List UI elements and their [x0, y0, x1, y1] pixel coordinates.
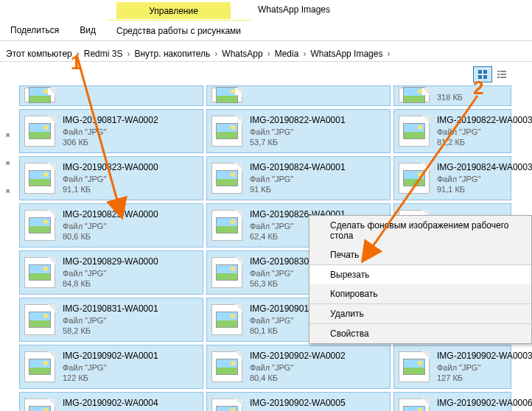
breadcrumb-item[interactable]: WhatsApp Images [307, 49, 385, 59]
file-tile[interactable]: IMG-20190902-WA0005Файл "JPG"220 КБ [206, 392, 391, 411]
image-file-icon [24, 210, 55, 241]
file-size: 81,2 КБ [437, 137, 532, 147]
file-name: IMG-20190824-WA0001 [250, 162, 346, 174]
image-file-icon [24, 304, 55, 335]
image-file-icon [211, 257, 242, 288]
file-tile[interactable]: IMG-20190902-WA0002Файл "JPG"80,4 КБ [206, 345, 391, 389]
view-tiles-button[interactable] [473, 66, 492, 82]
view-mode-strip [473, 66, 532, 84]
file-tile[interactable] [19, 85, 203, 106]
tab-share[interactable]: Поделиться [0, 20, 69, 41]
context-menu-item[interactable]: Копировать [309, 284, 531, 303]
context-menu-item[interactable]: Свойства [309, 323, 531, 343]
image-file-icon [211, 88, 242, 102]
image-file-icon [24, 398, 55, 411]
file-type: Файл "JPG" [437, 127, 532, 137]
file-tile[interactable]: IMG-20190902-WA0004Файл "JPG"91 КБ [19, 392, 203, 411]
window-title: WhatsApp Images [258, 4, 330, 15]
ribbon: Управление WhatsApp Images Поделиться Ви… [0, 0, 532, 41]
file-name: IMG-20190822-WA0003 [437, 115, 532, 127]
breadcrumb-item[interactable]: Этот компьютер [3, 49, 75, 59]
chevron-right-icon: › [301, 49, 307, 59]
file-name: IMG-20190902-WA0002 [250, 351, 346, 362]
chevron-right-icon: › [125, 49, 131, 59]
breadcrumb-item[interactable]: Redmi 3S [81, 49, 126, 59]
breadcrumb[interactable]: Этот компьютер›Redmi 3S›Внутр. накопител… [0, 46, 532, 62]
pin-icon: ✦ [3, 186, 15, 198]
image-file-icon [211, 398, 242, 411]
context-menu-item[interactable]: Вырезать [309, 264, 531, 284]
file-name: IMG-20190829-WA0000 [63, 256, 158, 268]
file-name: IMG-20190902-WA0003 [437, 351, 532, 362]
breadcrumb-item[interactable]: Media [272, 49, 302, 59]
tab-view[interactable]: Вид [69, 20, 106, 41]
file-type: Файл "JPG" [63, 221, 158, 231]
svg-rect-0 [478, 70, 482, 74]
tab-picture-tools[interactable]: Средства работы с рисунками [106, 20, 251, 41]
file-type: Файл "JPG" [63, 268, 158, 278]
file-tile[interactable]: IMG-20190902-WA0003Файл "JPG"127 КБ [393, 345, 511, 389]
context-menu-item[interactable]: Печать [309, 245, 531, 264]
image-file-icon [24, 257, 55, 288]
file-name: IMG-20190902-WA0004 [63, 398, 158, 410]
file-size: 80,4 КБ [250, 373, 346, 383]
svg-rect-1 [483, 70, 487, 74]
file-size: 91,1 КБ [437, 184, 532, 194]
file-tile[interactable]: IMG-20190831-WA0001Файл "JPG"58,2 КБ [19, 298, 203, 342]
breadcrumb-item[interactable]: Внутр. накопитель [131, 49, 213, 59]
file-tile[interactable]: IMG-20190902-WA0001Файл "JPG"122 КБ [19, 345, 203, 389]
pin-icon: ✦ [3, 158, 15, 170]
image-file-icon [211, 210, 242, 241]
file-name: IMG-20190824-WA0003 [437, 162, 532, 174]
file-tile[interactable]: Файл "JPG"318 КБ [393, 85, 511, 106]
svg-rect-3 [483, 75, 487, 79]
file-type: Файл "JPG" [437, 174, 532, 184]
svg-rect-5 [500, 71, 506, 72]
file-name: IMG-20190825-WA0000 [63, 209, 158, 221]
file-size: 53,7 КБ [250, 137, 346, 147]
file-type: Файл "JPG" [63, 315, 158, 326]
file-tile[interactable]: IMG-20190824-WA0003Файл "JPG"91,1 КБ [393, 156, 511, 200]
file-type: Файл "JPG" [437, 362, 532, 373]
view-details-button[interactable] [492, 66, 511, 82]
file-type: Файл "JPG" [63, 127, 158, 137]
file-tile[interactable]: IMG-20190902-WA0006Файл "JPG"70,5 КБ [393, 392, 511, 411]
image-file-icon [24, 116, 55, 147]
breadcrumb-item[interactable]: WhatsApp [219, 49, 265, 59]
svg-rect-4 [497, 71, 500, 72]
file-tile[interactable]: IMG-20190825-WA0000Файл "JPG"80,6 КБ [19, 203, 203, 247]
file-size: 91 КБ [250, 184, 346, 194]
file-tile[interactable]: IMG-20190822-WA0003Файл "JPG"81,2 КБ [393, 109, 511, 153]
image-file-icon [399, 351, 430, 382]
context-menu-item[interactable]: Сделать фоновым изображением рабочего ст… [309, 216, 531, 245]
context-menu-item[interactable]: Удалить [309, 303, 531, 323]
file-name: IMG-20190831-WA0001 [63, 303, 158, 315]
chevron-right-icon: › [385, 49, 391, 59]
file-size: 91,1 КБ [63, 184, 158, 194]
chevron-right-icon: › [213, 49, 219, 59]
chevron-right-icon: › [266, 49, 272, 59]
image-file-icon [24, 351, 55, 382]
file-name: IMG-20190823-WA0000 [63, 162, 158, 174]
file-tile[interactable]: IMG-20190822-WA0001Файл "JPG"53,7 КБ [206, 109, 391, 153]
file-size: 58,2 КБ [63, 326, 158, 336]
image-file-icon [399, 88, 430, 102]
file-size: 127 КБ [437, 373, 532, 383]
file-tile[interactable] [206, 85, 391, 106]
svg-rect-2 [478, 75, 482, 79]
file-type: Файл "JPG" [250, 174, 346, 184]
image-file-icon [399, 398, 430, 411]
file-type: Файл "JPG" [63, 362, 158, 373]
file-tile[interactable]: IMG-20190829-WA0000Файл "JPG"84,8 КБ [19, 250, 203, 295]
file-type: Файл "JPG" [63, 174, 158, 184]
svg-rect-7 [500, 74, 506, 75]
tab-manage[interactable]: Управление [116, 2, 231, 19]
file-type: Файл "JPG" [250, 127, 346, 137]
chevron-right-icon: › [75, 49, 81, 59]
file-tile[interactable]: IMG-20190817-WA0002Файл "JPG"306 КБ [19, 109, 203, 153]
file-tile[interactable]: IMG-20190823-WA0000Файл "JPG"91,1 КБ [19, 156, 203, 200]
file-size: 318 КБ [437, 92, 463, 102]
image-file-icon [211, 351, 242, 382]
file-tile[interactable]: IMG-20190824-WA0001Файл "JPG"91 КБ [206, 156, 391, 200]
file-name: IMG-20190902-WA0006 [437, 398, 532, 410]
